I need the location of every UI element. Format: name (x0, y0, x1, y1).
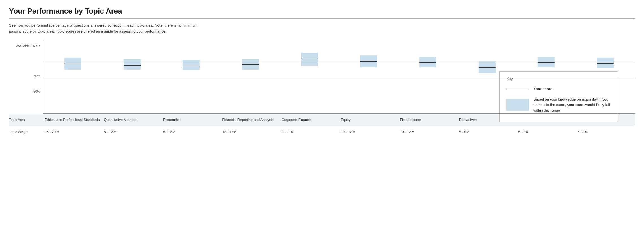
y-axis: Available Points 70% 50% (9, 40, 43, 114)
bar-bg-4 (301, 53, 318, 66)
topic-column-6 (398, 40, 457, 113)
title-divider (9, 18, 635, 19)
topic-weight-cell-6: 10 - 12% (398, 126, 457, 138)
topic-column-2 (162, 40, 221, 113)
topic-weight-cell-3: 13 - 17% (221, 126, 280, 138)
topic-area-cell-5: Equity (339, 114, 398, 126)
topic-weight-row: Topic Weight 15 - 20%8 - 12%8 - 12%13 - … (9, 126, 635, 138)
chart-inner: Available Points 70% 50% (9, 40, 635, 114)
description-text: See how you performed (percentage of que… (9, 23, 207, 34)
bar-line-6 (419, 62, 436, 63)
topic-column-1 (102, 40, 161, 113)
fifty-label: 50% (33, 90, 40, 94)
chart-plot-area (43, 40, 635, 114)
bar-bg-2 (183, 60, 200, 70)
topic-weight-cell-2: 8 - 12% (161, 126, 221, 138)
topic-column-3 (221, 40, 280, 113)
bar-line-2 (183, 66, 200, 67)
topic-column-0 (43, 40, 102, 113)
bar-line-4 (301, 59, 318, 59)
topic-column-8 (517, 40, 576, 113)
topic-column-5 (339, 40, 398, 113)
bar-line-0 (64, 64, 81, 64)
topic-weight-cell-7: 5 - 8% (457, 126, 517, 138)
bar-line-5 (360, 61, 377, 62)
seventy-label: 70% (33, 74, 40, 78)
topic-weight-cell-0: 15 - 20% (43, 126, 102, 138)
topic-column-4 (280, 40, 339, 113)
topic-area-cell-4: Corporate Finance (280, 114, 339, 126)
topic-weight-cell-9: 5 - 8% (576, 126, 635, 138)
page-title: Your Performance by Topic Area (9, 7, 635, 16)
topic-weight-cell-4: 8 - 12% (280, 126, 339, 138)
topic-weight-cell-1: 8 - 12% (102, 126, 161, 138)
bar-line-3 (242, 64, 259, 65)
available-points-label: Available Points (9, 44, 40, 48)
topic-weight-cell-5: 10 - 12% (339, 126, 398, 138)
topic-column-9 (576, 40, 635, 113)
topic-area-row-label: Topic Area (9, 114, 43, 126)
chart-container: Available Points 70% 50% (9, 40, 635, 114)
topic-area-cell-3: Financial Reporting and Analysis (221, 114, 280, 126)
bar-line-9 (597, 63, 614, 64)
bar-bg-1 (124, 59, 141, 69)
topic-weight-row-label: Topic Weight (9, 126, 43, 138)
topic-weight-cell-8: 5 - 8% (517, 126, 576, 138)
topic-area-cell-0: Ethical and Professional Standards (43, 114, 102, 126)
bar-line-8 (538, 62, 555, 63)
topic-weight-cells: 15 - 20%8 - 12%8 - 12%13 - 17%8 - 12%10 … (43, 126, 635, 138)
topic-area-cell-2: Economics (161, 114, 221, 126)
topic-area-cell-1: Quantitative Methods (102, 114, 161, 126)
bar-line-1 (124, 65, 141, 66)
topic-column-7 (457, 40, 517, 113)
topic-area-cell-6: Fixed Income (398, 114, 457, 126)
bar-line-7 (479, 67, 496, 68)
